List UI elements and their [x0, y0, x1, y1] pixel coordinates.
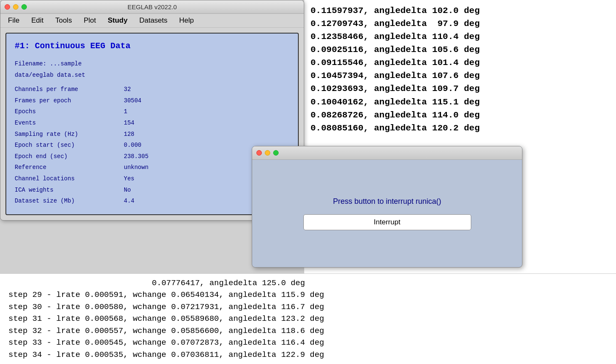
eeg-row-label: Dataset size (Mb) [15, 195, 124, 207]
dialog-minimize-button[interactable] [265, 150, 270, 156]
eeg-row-value: 128 [124, 129, 134, 140]
eeg-info-row: Epoch end (sec)238.305 [15, 151, 290, 162]
eeg-info-row: Epochs1 [15, 106, 290, 117]
eeg-info-row: Epoch start (sec)0.000 [15, 140, 290, 151]
eeg-row-value: 238.305 [124, 151, 149, 162]
eeg-row-value: 0.000 [124, 140, 141, 151]
dialog-maximize-button[interactable] [273, 150, 279, 156]
eeg-row-label: ICA weights [15, 185, 124, 196]
terminal-bottom-output: 0.07776417, angledelta 125.0 deg step 29… [0, 273, 616, 364]
eeg-row-value: 4.4 [124, 195, 134, 207]
eeg-row-label: Epochs [15, 106, 124, 117]
close-button[interactable] [5, 4, 10, 10]
eeg-info-row: Channel locationsYes [15, 173, 290, 185]
dialog-window-buttons [256, 150, 279, 156]
eeg-info-row: Frames per epoch30504 [15, 95, 290, 107]
eeg-row-label: Reference [15, 162, 124, 173]
eeg-row-value: 32 [124, 84, 131, 95]
menu-file[interactable]: File [2, 16, 25, 26]
dialog-close-button[interactable] [256, 150, 262, 156]
menu-datasets[interactable]: Datasets [133, 16, 173, 26]
maximize-button[interactable] [21, 4, 27, 10]
window-buttons [5, 4, 27, 10]
eeg-info-row: Events154 [15, 117, 290, 129]
interrupt-dialog: Press button to interrupt runica() Inter… [252, 146, 522, 268]
menu-tools[interactable]: Tools [50, 16, 78, 26]
panel-title: #1: Continuous EEG Data [15, 41, 290, 51]
menu-study[interactable]: Study [102, 16, 133, 26]
eeg-info-row: ICA weightsNo [15, 185, 290, 196]
eeg-row-value: unknown [124, 162, 149, 173]
interrupt-titlebar [252, 146, 522, 160]
minimize-button[interactable] [13, 4, 18, 10]
eeg-info-row: Sampling rate (Hz)128 [15, 129, 290, 140]
eeg-row-value: 154 [124, 117, 134, 129]
eeg-info-row: Referenceunknown [15, 162, 290, 173]
eeg-row-value: 30504 [124, 95, 141, 107]
eeg-info-row: Channels per frame32 [15, 84, 290, 95]
filename-row: Filename: ...sample data/eeglab data.set [15, 58, 290, 81]
menu-edit[interactable]: Edit [25, 16, 49, 26]
eeg-row-value: No [124, 185, 131, 196]
eeg-info-table: Filename: ...sample data/eeglab data.set… [15, 58, 290, 207]
eeg-row-label: Channels per frame [15, 84, 124, 95]
filename-label: Filename: ...sample data/eeglab data.set [15, 58, 124, 81]
eeg-row-label: Events [15, 117, 124, 129]
eeg-row-label: Channel locations [15, 173, 124, 185]
eeglab-titlebar: EEGLAB v2022.0 [0, 0, 304, 14]
eeg-row-value: Yes [124, 173, 134, 185]
eeg-row-value: 1 [124, 106, 127, 117]
menu-bar: File Edit Tools Plot Study Datasets Help [0, 14, 304, 28]
eeg-row-label: Frames per epoch [15, 95, 124, 107]
window-title: EEGLAB v2022.0 [128, 3, 177, 10]
eeg-info-row: Dataset size (Mb)4.4 [15, 195, 290, 207]
interrupt-button[interactable]: Interrupt [303, 214, 471, 230]
eeg-row-label: Epoch start (sec) [15, 140, 124, 151]
eeg-row-label: Sampling rate (Hz) [15, 129, 124, 140]
interrupt-body: Press button to interrupt runica() Inter… [252, 160, 522, 267]
menu-plot[interactable]: Plot [78, 16, 102, 26]
interrupt-message: Press button to interrupt runica() [333, 197, 441, 206]
eeg-row-label: Epoch end (sec) [15, 151, 124, 162]
menu-help[interactable]: Help [173, 16, 200, 26]
